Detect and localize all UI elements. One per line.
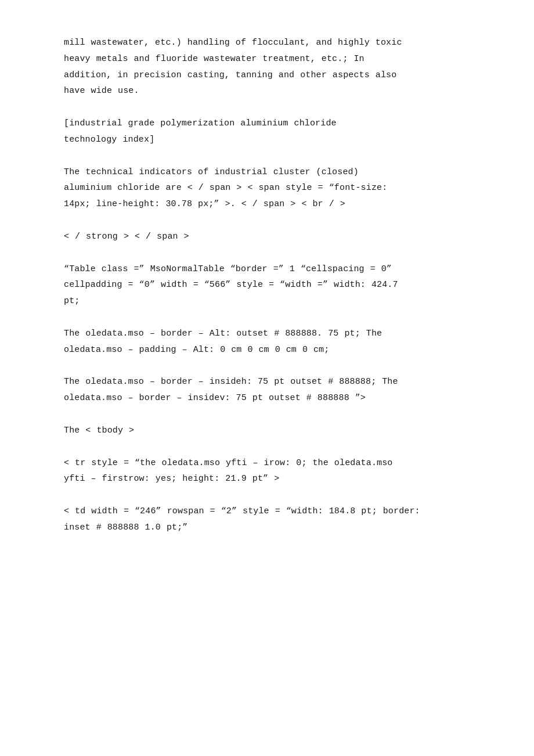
paragraph-7: The oledata.mso – border – insideh: 75 p… — [64, 374, 470, 406]
paragraph-3: The technical indicators of industrial c… — [64, 164, 470, 213]
paragraph-10: < td width = “246” rowspan = “2” style =… — [64, 503, 470, 536]
paragraph-8: The < tbody > — [64, 423, 470, 439]
paragraph-9: < tr style = “the oledata.mso yfti – iro… — [64, 455, 470, 488]
main-content: mill wastewater, etc.) handling of flocc… — [64, 35, 470, 536]
paragraph-4: < / strong > < / span > — [64, 229, 470, 245]
paragraph-5: “Table class =” MsoNormalTable “border =… — [64, 261, 470, 309]
paragraph-2: [industrial grade polymerization alumini… — [64, 116, 470, 148]
paragraph-6: The oledata.mso – border – Alt: outset #… — [64, 326, 470, 358]
paragraph-1: mill wastewater, etc.) handling of flocc… — [64, 35, 470, 99]
